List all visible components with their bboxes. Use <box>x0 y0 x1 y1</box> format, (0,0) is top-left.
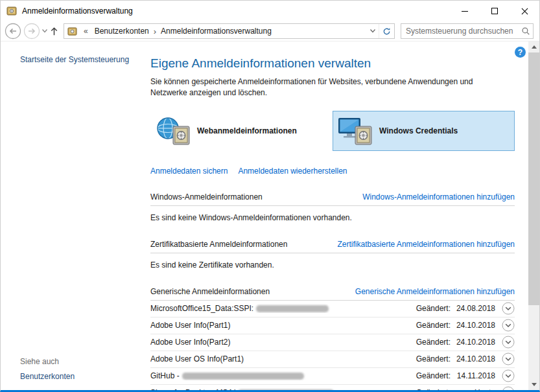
see-also-heading: Siehe auch <box>20 357 75 366</box>
breadcrumb-separator-icon: › <box>152 24 158 38</box>
credential-row: Skype for Desktop MSA/ Geändert: Heute <box>150 385 515 390</box>
credential-name: MicrosoftOffice15_Data:SSPI: <box>150 304 253 313</box>
add-certificate-credential-link[interactable]: Zertifikatbasierte Anmeldeinformationen … <box>338 240 515 249</box>
modified-label: Geändert: <box>416 304 451 313</box>
maximize-button[interactable] <box>480 1 510 21</box>
tab-label: Webanmeldeinformationen <box>197 126 297 135</box>
section-title: Generische Anmeldeinformationen <box>150 287 270 296</box>
expand-credential-button[interactable] <box>502 336 515 349</box>
modified-date: 24.10.2018 <box>455 321 495 330</box>
tab-label: Windows Credentials <box>379 126 458 135</box>
redacted-text <box>256 305 329 312</box>
credential-row: Adobe User Info(Part2) Geändert: 24.10.2… <box>150 334 515 351</box>
close-button[interactable] <box>510 1 539 21</box>
breadcrumb-item-anmeldeinformationsverwaltung[interactable]: Anmeldeinformationsverwaltung <box>158 24 275 38</box>
expand-credential-button[interactable] <box>502 319 515 332</box>
back-button[interactable] <box>5 23 21 40</box>
add-generic-credential-link[interactable]: Generische Anmeldeinformationen hinzufüg… <box>355 287 515 296</box>
sidebar-item-user-accounts[interactable]: Benutzerkonten <box>20 372 75 381</box>
navigation-bar: « Benutzerkonten › Anmeldeinformationsve… <box>1 21 539 41</box>
close-icon <box>521 8 528 15</box>
titlebar: Anmeldeinformationsverwaltung <box>1 1 539 21</box>
scrollbar-thumb[interactable] <box>528 52 539 305</box>
section-certificate-credentials: Zertifikatbasierte Anmeldeinformationen … <box>150 240 515 270</box>
add-windows-credential-link[interactable]: Windows-Anmeldeinformationen hinzufügen <box>362 192 515 202</box>
credential-row: Adobe User Info(Part1) Geändert: 24.10.2… <box>150 317 515 334</box>
credential-name: Skype for Desktop MSA/ <box>150 388 235 390</box>
credential-row: GitHub - Geändert: 14.11.2018 <box>150 368 515 385</box>
credential-name: Adobe User Info(Part1) <box>150 321 230 330</box>
section-divider <box>150 253 515 253</box>
chevron-down-icon <box>502 319 515 332</box>
chevron-down-icon <box>502 352 515 365</box>
see-also-block: Siehe auch Benutzerkonten <box>20 357 75 381</box>
credential-row: Adobe User OS Info(Part1) Geändert: 24.1… <box>150 351 515 368</box>
section-windows-credentials: Windows-Anmeldeinformationen Windows-Anm… <box>150 192 515 222</box>
help-button[interactable]: ? <box>515 47 526 58</box>
section-title: Windows-Anmeldeinformationen <box>150 192 263 202</box>
breadcrumb-item-benutzerkonten[interactable]: Benutzerkonten <box>91 24 152 38</box>
page-title: Eigene Anmeldeinformationen verwalten <box>150 56 515 71</box>
refresh-button[interactable] <box>379 24 394 38</box>
credential-name: Adobe User OS Info(Part1) <box>150 354 244 363</box>
modified-date: Heute <box>455 388 495 390</box>
forward-button[interactable] <box>23 23 40 40</box>
chevron-down-icon <box>42 29 47 33</box>
section-title: Zertifikatbasierte Anmeldeinformationen <box>150 240 287 249</box>
scroll-down-button[interactable] <box>528 379 539 390</box>
page-description: Sie können gespeicherte Anmeldeinformati… <box>150 76 508 98</box>
modified-date: 24.10.2018 <box>455 354 495 363</box>
address-bar[interactable]: « Benutzerkonten › Anmeldeinformationsve… <box>64 23 395 39</box>
credential-type-tabs: Webanmeldeinformationen <box>150 111 515 151</box>
modified-label: Geändert: <box>416 371 451 380</box>
sidebar: Startseite der Systemsteuerung Siehe auc… <box>1 41 139 390</box>
modified-date: 24.10.2018 <box>455 338 495 347</box>
expand-credential-button[interactable] <box>502 352 515 365</box>
redacted-text <box>182 373 304 380</box>
section-divider <box>150 205 515 206</box>
restore-credentials-link[interactable]: Anmeldedaten wiederherstellen <box>238 167 347 176</box>
tab-windows-credentials[interactable]: Windows Credentials <box>333 111 515 151</box>
backup-credentials-link[interactable]: Anmeldedaten sichern <box>150 167 228 176</box>
address-dropdown-button[interactable] <box>367 24 379 38</box>
chevron-down-icon <box>370 29 375 33</box>
history-dropdown-button[interactable] <box>42 23 47 40</box>
search-input[interactable] <box>401 27 519 36</box>
chevron-down-icon <box>502 336 515 349</box>
credential-row: MicrosoftOffice15_Data:SSPI: Geändert: 2… <box>150 301 515 317</box>
scroll-up-button[interactable] <box>528 41 539 52</box>
credential-manager-app-icon <box>6 6 17 16</box>
chevron-down-icon <box>502 302 515 315</box>
modified-date: 24.08.2018 <box>455 304 495 313</box>
expand-credential-button[interactable] <box>502 369 515 382</box>
minimize-icon <box>462 11 468 12</box>
expand-credential-button[interactable] <box>502 302 515 315</box>
credential-manager-window: Anmeldeinformationsverwaltung <box>0 0 540 392</box>
chevron-down-icon <box>502 386 515 390</box>
modified-label: Geändert: <box>416 338 451 347</box>
tab-web-credentials[interactable]: Webanmeldeinformationen <box>150 111 333 151</box>
minimize-button[interactable] <box>450 1 480 21</box>
search-box <box>401 23 534 39</box>
vertical-scrollbar[interactable] <box>528 41 539 390</box>
scroll-up-icon <box>532 45 537 49</box>
sidebar-item-control-panel-home[interactable]: Startseite der Systemsteuerung <box>20 55 129 64</box>
scroll-down-icon <box>532 383 537 386</box>
expand-credential-button[interactable] <box>502 386 515 390</box>
refresh-icon <box>382 27 391 36</box>
forward-arrow-icon <box>23 23 40 40</box>
windows-credentials-icon <box>338 116 373 146</box>
window-title: Anmeldeinformationsverwaltung <box>22 6 133 16</box>
section-generic-credentials: Generische Anmeldeinformationen Generisc… <box>150 287 515 390</box>
modified-label: Geändert: <box>416 321 451 330</box>
main-content: Eigene Anmeldeinformationen verwalten Si… <box>139 41 528 390</box>
breadcrumb-overflow-button[interactable]: « <box>80 24 91 38</box>
modified-label: Geändert: <box>416 388 451 390</box>
search-icon[interactable] <box>519 27 533 36</box>
up-button[interactable] <box>49 23 59 40</box>
window-body: Startseite der Systemsteuerung Siehe auc… <box>1 41 539 390</box>
web-credentials-icon <box>156 116 191 146</box>
credential-manager-location-icon <box>67 27 77 36</box>
up-arrow-icon <box>49 27 59 36</box>
modified-date: 14.11.2018 <box>455 371 495 380</box>
